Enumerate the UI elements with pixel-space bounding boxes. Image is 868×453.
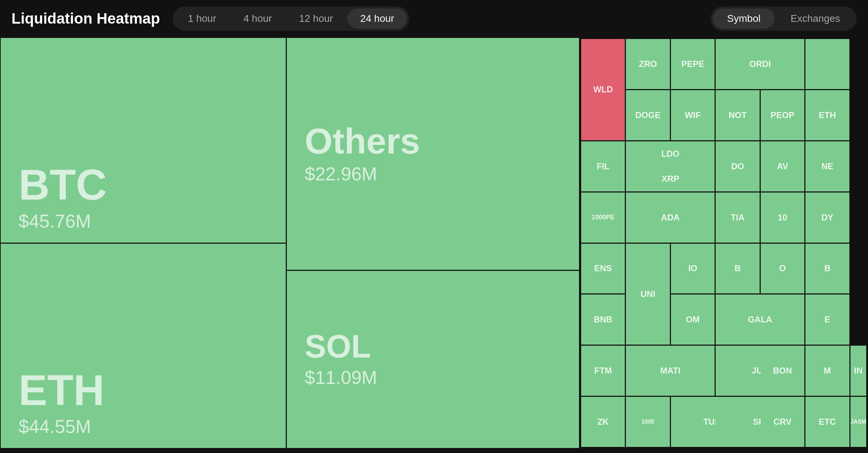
cell-sol[interactable]: SOL $11.09M (287, 271, 579, 448)
cell-1000F[interactable]: 1000 (626, 397, 670, 447)
cell-Bx[interactable]: B (805, 244, 849, 294)
tab-12hour[interactable]: 12 hour (286, 9, 346, 29)
cell-DOGE[interactable]: DOGE (626, 90, 670, 140)
cell-btc[interactable]: BTC $45.76M (1, 38, 286, 244)
cell-BNB[interactable]: BNB (581, 294, 625, 345)
app-title: Liquidation Heatmap (11, 10, 160, 27)
others-value: $22.96M (305, 163, 561, 185)
cell-ETH2[interactable]: ETH (805, 90, 849, 140)
eth-value: $44.55M (19, 416, 268, 437)
cell-ETC-LINK[interactable]: ETC (805, 397, 849, 447)
right-grid: WLD ZRO PEPE ORDI DOGE WIF NOT PEOP ETH … (580, 38, 867, 448)
cell-ADA[interactable]: ADA (626, 193, 715, 243)
sol-value: $11.09M (305, 367, 561, 388)
sol-ticker: SOL (305, 330, 561, 362)
col-right: WLD ZRO PEPE ORDI DOGE WIF NOT PEOP ETH … (580, 38, 867, 448)
cell-ZRO[interactable]: ZRO (626, 39, 670, 89)
cell-B[interactable]: B (716, 244, 759, 294)
col-left: BTC $45.76M ETH $44.55M (1, 38, 287, 448)
cell-IO[interactable]: 10 (761, 193, 804, 243)
cell-UNI[interactable]: UNI (626, 244, 670, 345)
eth-ticker: ETH (19, 369, 268, 411)
cell-AVAX[interactable]: AV (761, 141, 804, 191)
cell-BON[interactable]: BON (761, 346, 804, 396)
tab-1hour[interactable]: 1 hour (175, 9, 229, 29)
tab-exchanges[interactable]: Exchanges (776, 9, 854, 29)
cell-1000PEPE[interactable]: 1000PE (581, 193, 625, 243)
cell-LDO-XRP[interactable]: LDO XRP (626, 141, 715, 191)
cell-DOT[interactable]: DO (716, 141, 759, 191)
cell-FIL[interactable]: FIL (581, 141, 625, 191)
cell-FTM[interactable]: FTM (581, 346, 625, 396)
right-tabs: Symbol Exchanges (711, 6, 857, 31)
cell-DYM[interactable]: DY (805, 193, 849, 243)
col-mid: Others $22.96M SOL $11.09M (287, 38, 580, 448)
cell-ORDI[interactable]: ORDI (716, 39, 804, 89)
cell-eth[interactable]: ETH $44.55M (1, 244, 286, 448)
cell-NEAR-TRX[interactable]: NE (805, 141, 849, 191)
others-ticker: Others (305, 123, 561, 159)
btc-value: $45.76M (19, 210, 268, 232)
cell-OM[interactable]: OM (671, 294, 715, 345)
cell-GALA[interactable]: GALA (716, 294, 804, 345)
cell-ZK[interactable]: ZK (581, 397, 625, 447)
tab-symbol[interactable]: Symbol (713, 9, 775, 29)
header: Liquidation Heatmap 1 hour 4 hour 12 hou… (0, 0, 868, 37)
cell-NOT[interactable]: NOT (716, 90, 759, 140)
cell-OP[interactable]: O (761, 244, 804, 294)
cell-IO2[interactable]: IO (671, 244, 715, 294)
cell-CRV[interactable]: CRV (761, 397, 804, 447)
cell-PEPE[interactable]: PEPE (671, 39, 715, 89)
treemap: BTC $45.76M ETH $44.55M Others $22.96M S… (0, 37, 868, 449)
cell-others[interactable]: Others $22.96M (287, 38, 579, 271)
cell-E[interactable]: E (805, 294, 849, 345)
cell-MATIC[interactable]: MATI (626, 346, 715, 396)
cell-WLD[interactable]: WLD (581, 39, 625, 140)
cell-JASMY[interactable]: JASM (850, 397, 866, 447)
cell-M[interactable]: M (805, 346, 849, 396)
cell-TIA[interactable]: TIA (716, 193, 759, 243)
time-tabs: 1 hour 4 hour 12 hour 24 hour (173, 6, 409, 31)
cell-ENS[interactable]: ENS (581, 244, 625, 294)
btc-ticker: BTC (19, 163, 268, 206)
tab-24hour[interactable]: 24 hour (347, 9, 407, 29)
tab-4hour[interactable]: 4 hour (231, 9, 285, 29)
cell-extra1[interactable] (805, 39, 849, 89)
cell-WIF[interactable]: WIF (671, 90, 715, 140)
cell-IN[interactable]: IN (850, 346, 866, 396)
cell-PEOP[interactable]: PEOP (761, 90, 804, 140)
